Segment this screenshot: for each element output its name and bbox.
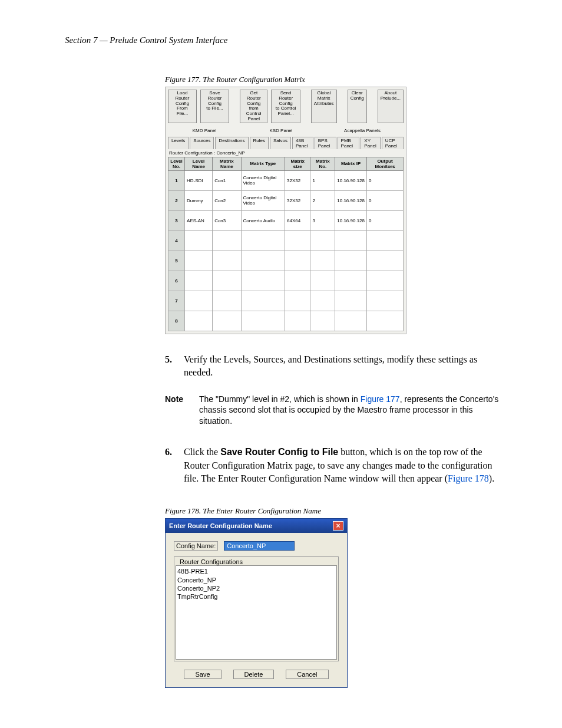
load-config-button[interactable]: Load Router Config From File... (168, 90, 197, 123)
tabs-row: Levels Sources Destinations Rules Salvos… (168, 137, 404, 149)
table-row: 3AES-ANCon3Concerto Audio64X64310.16.90.… (168, 210, 404, 230)
list-item[interactable]: 48B-PRE1 (177, 567, 335, 575)
tab-sources[interactable]: Sources (190, 137, 214, 149)
table-cell (367, 251, 404, 271)
table-cell: 4 (168, 230, 185, 251)
table-cell: 32X32 (285, 190, 310, 210)
table-cell: 1 (310, 170, 335, 190)
cancel-button[interactable]: Cancel (286, 670, 328, 679)
table-cell (285, 271, 310, 291)
table-row: 6 (168, 271, 404, 291)
note-pre: The "Dummy" level in #2, which is shown … (199, 394, 361, 404)
table-cell: Con3 (213, 210, 241, 230)
ksd-panel-label: KSD Panel (240, 128, 322, 133)
step-6-post: ). (489, 473, 494, 483)
table-row: 8 (168, 311, 404, 331)
table-cell: 2 (310, 190, 335, 210)
config-name-input[interactable] (224, 541, 295, 551)
top-button-row: Load Router Config From File... Save Rou… (166, 87, 406, 126)
table-cell (185, 291, 213, 311)
table-cell: 0 (367, 170, 404, 190)
step-6: 6. Click the Save Router Config to File … (165, 446, 507, 485)
step-5-number: 5. (165, 353, 176, 380)
config-name-row: Config Name: (174, 541, 339, 551)
table-cell (241, 230, 285, 251)
dialog-body: Config Name: Router Configurations 48B-P… (166, 533, 347, 687)
table-cell: AES-AN (185, 210, 213, 230)
tab-destinations[interactable]: Destinations (215, 137, 248, 149)
table-cell (241, 311, 285, 331)
note-link-figure-177[interactable]: Figure 177 (361, 394, 400, 404)
table-row: 5 (168, 251, 404, 271)
table-cell (367, 230, 404, 251)
table-cell: Dummy (185, 190, 213, 210)
router-configs-listbox[interactable]: 48B-PRE1Concerto_NPConcerto_NP2TmpRtrCon… (176, 565, 337, 660)
table-cell: 32X32 (285, 170, 310, 190)
page-section-header: Section 7 — Prelude Control System Inter… (65, 35, 509, 45)
table-cell: 10.16.90.128 (335, 170, 367, 190)
global-matrix-button[interactable]: Global Matrix Attributes (311, 90, 337, 123)
table-cell: Concerto Digital Video (241, 190, 285, 210)
table-cell: Concerto Digital Video (241, 170, 285, 190)
about-button[interactable]: About Prelude... (378, 90, 404, 123)
router-configs-fieldset: Router Configurations 48B-PRE1Concerto_N… (174, 556, 339, 661)
matrix-header-row: Level No. Level Name Matrix Name Matrix … (168, 157, 404, 170)
tab-pmb[interactable]: PMB Panel (338, 137, 360, 149)
col-matrix-no: Matrix No. (310, 157, 335, 170)
dialog-titlebar: Enter Router Configuration Name × (166, 519, 347, 533)
step-6-link-figure-178[interactable]: Figure 178 (448, 473, 489, 483)
table-cell (213, 271, 241, 291)
table-cell: Concerto Audio (241, 210, 285, 230)
tab-salvos[interactable]: Salvos (270, 137, 291, 149)
step-5-text: Verify the Levels, Sources, and Destinat… (184, 353, 507, 380)
tab-xy[interactable]: XY Panel (361, 137, 380, 149)
col-matrix-name: Matrix Name (213, 157, 241, 170)
save-config-button[interactable]: Save Router Config to File... (200, 90, 229, 123)
tab-48b[interactable]: 48B Panel (292, 137, 313, 149)
get-config-button[interactable]: Get Router Config from Control Panel (240, 90, 267, 123)
table-cell: HD-SDI (185, 170, 213, 190)
router-config-name-line: Router Configuration : Concerto_NP (169, 150, 402, 156)
tab-rules[interactable]: Rules (250, 137, 269, 149)
table-cell (335, 271, 367, 291)
table-cell (213, 291, 241, 311)
table-cell (241, 271, 285, 291)
table-cell (335, 251, 367, 271)
send-config-button[interactable]: Send Router Config to Control Panel... (271, 90, 300, 123)
figure-177: Load Router Config From File... Save Rou… (165, 87, 406, 334)
figure-178-caption: Figure 178. The Enter Router Configurati… (165, 506, 509, 516)
table-cell: 10.16.90.128 (335, 190, 367, 210)
table-cell (285, 230, 310, 251)
col-matrix-size: Matrix size (285, 157, 310, 170)
note-label: Note (165, 394, 189, 427)
clear-config-button[interactable]: Clear Config (348, 90, 367, 123)
close-icon[interactable]: × (333, 521, 343, 531)
table-cell: 3 (310, 210, 335, 230)
tab-ucp[interactable]: UCP Panel (382, 137, 404, 149)
step-5: 5. Verify the Levels, Sources, and Desti… (165, 353, 507, 380)
fieldset-label: Router Configurations (178, 558, 244, 565)
delete-button[interactable]: Delete (233, 670, 275, 679)
note-row: Note The "Dummy" level in #2, which is s… (165, 394, 507, 427)
tab-bps[interactable]: BPS Panel (315, 137, 336, 149)
save-button[interactable]: Save (184, 670, 221, 679)
table-cell (310, 311, 335, 331)
tab-levels[interactable]: Levels (168, 137, 189, 149)
table-cell (310, 291, 335, 311)
table-cell (310, 230, 335, 251)
table-cell: 8 (168, 311, 185, 331)
list-item[interactable]: Concerto_NP (177, 576, 335, 584)
note-body: The "Dummy" level in #2, which is shown … (199, 394, 507, 427)
step-6-text: Click the Save Router Config to File but… (184, 446, 507, 485)
list-item[interactable]: TmpRtrConfig (177, 592, 335, 601)
table-cell: Con1 (213, 170, 241, 190)
table-cell: 1 (168, 170, 185, 190)
step-6-number: 6. (165, 446, 176, 485)
table-cell: Con2 (213, 190, 241, 210)
table-cell (367, 271, 404, 291)
table-cell (335, 311, 367, 331)
table-cell: 5 (168, 251, 185, 271)
matrix-table: Level No. Level Name Matrix Name Matrix … (168, 157, 404, 331)
list-item[interactable]: Concerto_NP2 (177, 584, 335, 592)
col-matrix-type: Matrix Type (241, 157, 285, 170)
